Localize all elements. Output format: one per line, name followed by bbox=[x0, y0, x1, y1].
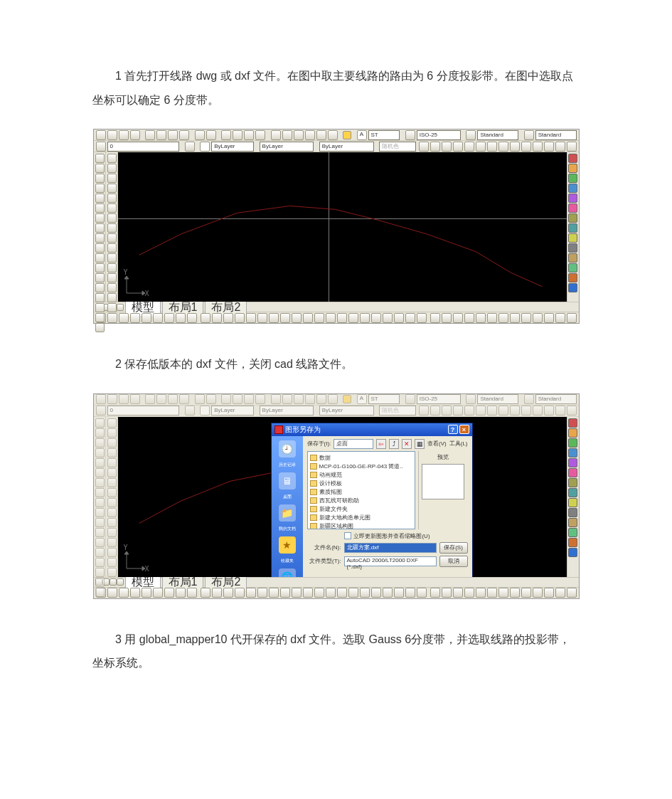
new-folder-icon[interactable]: ▦ bbox=[415, 439, 425, 449]
line-icon[interactable] bbox=[95, 154, 105, 163]
zoom-prev-icon[interactable] bbox=[255, 130, 265, 140]
help-icon[interactable] bbox=[343, 131, 351, 139]
rect-icon[interactable] bbox=[95, 194, 105, 203]
filename-input[interactable]: 北疆方案.dxf bbox=[344, 543, 437, 553]
dim-ord-icon[interactable] bbox=[453, 142, 463, 152]
qdim-icon[interactable] bbox=[498, 142, 508, 152]
polygon-icon[interactable] bbox=[95, 184, 105, 193]
bt11-icon[interactable] bbox=[314, 313, 324, 323]
layer-combo[interactable]: 0 bbox=[107, 142, 180, 152]
bt20-icon[interactable] bbox=[417, 313, 427, 323]
ellipse-icon[interactable] bbox=[95, 243, 105, 253]
bt22-icon[interactable] bbox=[442, 313, 452, 323]
file-list-item[interactable]: 素质拓图 bbox=[310, 488, 412, 497]
et-icon-9[interactable] bbox=[568, 233, 577, 243]
rotate-icon[interactable] bbox=[107, 213, 117, 223]
places-ftp-icon[interactable]: 🌐 bbox=[279, 568, 296, 577]
copy-icon[interactable] bbox=[156, 130, 166, 140]
et-icon-10[interactable] bbox=[568, 243, 577, 253]
open-icon[interactable] bbox=[107, 130, 117, 140]
dim-base-icon[interactable] bbox=[510, 142, 520, 152]
qcalc-icon[interactable] bbox=[328, 130, 338, 140]
linetype2-combo[interactable]: ByLayer bbox=[319, 142, 374, 152]
et-icon-13[interactable] bbox=[568, 273, 577, 282]
tolerance-icon[interactable] bbox=[533, 142, 543, 152]
design-center-icon[interactable] bbox=[282, 130, 292, 140]
revcloud-icon[interactable] bbox=[95, 223, 105, 233]
mleader-icon[interactable] bbox=[524, 130, 534, 140]
dyn-icon[interactable] bbox=[164, 313, 174, 323]
bt29-icon[interactable] bbox=[521, 313, 531, 323]
bt10-icon[interactable] bbox=[303, 313, 313, 323]
places-mydocs-icon[interactable]: 📁 bbox=[279, 504, 296, 522]
et-icon-8[interactable] bbox=[568, 223, 577, 233]
bt32-icon[interactable] bbox=[555, 313, 565, 323]
up-dir-icon[interactable]: ⤴ bbox=[389, 439, 399, 449]
move-icon[interactable] bbox=[107, 203, 117, 213]
save-in-combo[interactable]: 桌面 bbox=[334, 439, 373, 449]
bt16-icon[interactable] bbox=[371, 313, 381, 323]
pline-icon[interactable] bbox=[95, 174, 105, 183]
bt17-icon[interactable] bbox=[383, 313, 393, 323]
save-button[interactable]: 保存(S) bbox=[439, 542, 468, 554]
places-desktop-icon[interactable]: 🖥 bbox=[279, 472, 296, 490]
dialog-close-icon[interactable]: × bbox=[459, 425, 469, 434]
file-list[interactable]: 数据MCP-01-G100-GE-RP-043 简道..动画规范设计模板素质拓图… bbox=[307, 451, 415, 529]
bt30-icon[interactable] bbox=[533, 313, 543, 323]
places-history-icon[interactable]: 🕘 bbox=[279, 440, 296, 457]
bt6-icon[interactable] bbox=[257, 313, 267, 323]
bt5-icon[interactable] bbox=[246, 313, 256, 323]
mleader-combo[interactable]: Standard bbox=[535, 130, 577, 140]
tab-nav-last-icon[interactable] bbox=[117, 304, 124, 311]
linetype-combo[interactable]: ByLayer bbox=[211, 142, 254, 152]
dimstyle-icon[interactable] bbox=[405, 130, 415, 140]
bt9-icon[interactable] bbox=[292, 313, 302, 323]
bt13-icon[interactable] bbox=[337, 313, 347, 323]
xline-icon[interactable] bbox=[95, 164, 105, 173]
scale-icon[interactable] bbox=[107, 223, 117, 233]
markup-icon[interactable] bbox=[316, 130, 326, 140]
bt8-icon[interactable] bbox=[280, 313, 290, 323]
point-icon[interactable] bbox=[95, 273, 105, 282]
paste-icon[interactable] bbox=[168, 130, 178, 140]
file-list-item[interactable]: 新疆区域构图 bbox=[310, 522, 412, 529]
hatch-icon[interactable] bbox=[95, 283, 105, 292]
et-icon-1[interactable] bbox=[568, 154, 577, 163]
lwt-icon[interactable] bbox=[176, 313, 186, 323]
osnap-icon[interactable] bbox=[142, 313, 151, 323]
print-icon[interactable] bbox=[130, 130, 140, 140]
dimstyle-combo[interactable]: ISO-25 bbox=[417, 130, 461, 140]
bt14-icon[interactable] bbox=[348, 313, 358, 323]
dim-aligned-icon[interactable] bbox=[430, 142, 440, 152]
bt24-icon[interactable] bbox=[464, 313, 474, 323]
delete-icon[interactable]: ✕ bbox=[402, 439, 412, 449]
chamfer-icon[interactable] bbox=[107, 283, 117, 292]
region-icon[interactable] bbox=[95, 303, 105, 312]
tablestyle-icon[interactable] bbox=[466, 130, 476, 140]
spline-icon[interactable] bbox=[95, 233, 105, 243]
dim-ang-icon[interactable] bbox=[487, 142, 497, 152]
new-icon[interactable] bbox=[96, 130, 106, 140]
file-list-item[interactable]: 动画规范 bbox=[310, 471, 412, 480]
break-icon[interactable] bbox=[107, 263, 117, 272]
matchprop-icon[interactable] bbox=[179, 130, 189, 140]
lineweight-combo[interactable]: ByLayer bbox=[260, 142, 314, 152]
join-icon[interactable] bbox=[107, 273, 117, 282]
model-icon[interactable] bbox=[187, 313, 197, 323]
bt27-icon[interactable] bbox=[498, 313, 508, 323]
fillet-icon[interactable] bbox=[107, 293, 117, 302]
redo-icon[interactable] bbox=[206, 130, 216, 140]
filetype-combo[interactable]: AutoCAD 2000/LT2000 DXF (*.dxf) bbox=[344, 556, 437, 566]
bt28-icon[interactable] bbox=[510, 313, 520, 323]
et-icon-3[interactable] bbox=[568, 174, 577, 183]
arc-icon[interactable] bbox=[95, 203, 105, 213]
bt15-icon[interactable] bbox=[360, 313, 370, 323]
explode-icon[interactable] bbox=[107, 303, 117, 312]
grid-icon[interactable] bbox=[107, 313, 117, 323]
et-icon-14[interactable] bbox=[568, 283, 577, 292]
et-icon-5[interactable] bbox=[568, 194, 577, 203]
array-icon[interactable] bbox=[107, 194, 117, 203]
bt1-icon[interactable] bbox=[201, 313, 210, 323]
et-icon-4[interactable] bbox=[568, 184, 577, 193]
ellipse-arc-icon[interactable] bbox=[95, 253, 105, 263]
